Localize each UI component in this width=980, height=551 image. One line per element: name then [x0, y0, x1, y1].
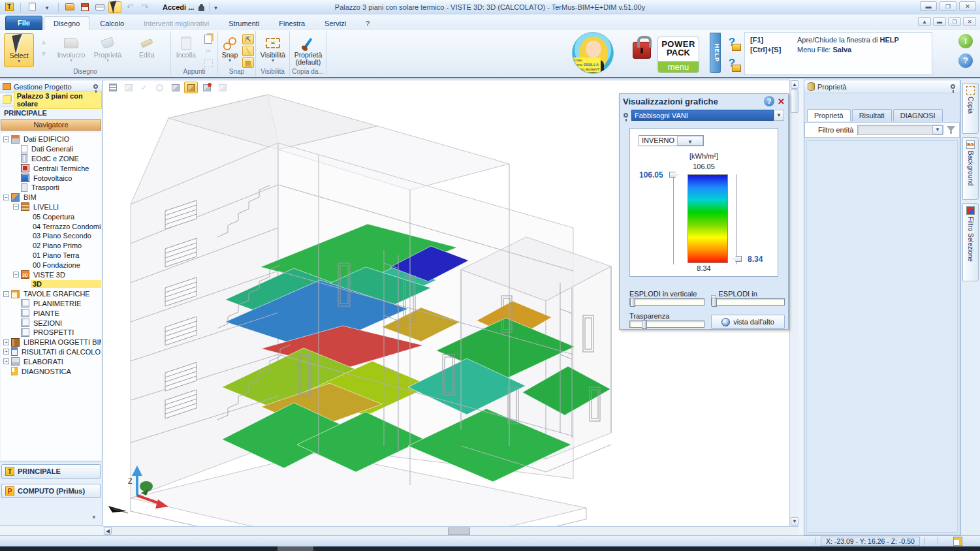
min-slider-handle[interactable] — [733, 256, 742, 262]
menu-tab-calcolo[interactable]: Calcolo — [91, 17, 133, 30]
properties-tab-proprietà[interactable]: Proprietà — [807, 109, 851, 121]
question-icon[interactable]: ? — [958, 54, 973, 68]
tree-item-livelli[interactable]: −LIVELLI — [1, 202, 101, 212]
open-folder-button[interactable] — [63, 1, 76, 13]
tree-item-dati-edificio[interactable]: −Dati EDIFICIO — [1, 134, 101, 144]
confirm-button[interactable] — [137, 82, 151, 93]
principale-button[interactable]: T PRINCIPALE — [1, 464, 101, 479]
properties-tab-diagnosi[interactable]: DIAGNOSI — [893, 109, 943, 121]
tree-item-eodc-e-zone[interactable]: EOdC e ZONE — [1, 154, 101, 164]
app-logo-button[interactable] — [3, 1, 16, 13]
viz-help-icon[interactable]: ? — [764, 96, 774, 106]
proprieta-button[interactable]: Proprietà▾ — [91, 33, 124, 67]
cut-button[interactable] — [202, 46, 214, 56]
tree-item-01-piano-terra[interactable]: 01 Piano Terra — [1, 251, 101, 260]
snap-diagonal-toggle[interactable] — [242, 46, 254, 56]
tree-item-prospetti[interactable]: PROSPETTI — [1, 328, 101, 338]
tree-item-sezioni[interactable]: SEZIONI — [1, 318, 101, 328]
doc-restore-button[interactable]: ❐ — [948, 17, 961, 26]
tree-item-02-piano-primo[interactable]: 02 Piano Primo — [1, 241, 101, 251]
doc-collapse-button[interactable]: ▲ — [918, 17, 931, 26]
tree-item-03-piano-secondo[interactable]: 03 Piano Secondo — [1, 231, 101, 241]
view-cube-button[interactable] — [121, 82, 135, 93]
tree-item-viste-3d[interactable]: −VISTE 3D — [1, 270, 101, 279]
vertical-scroll-thumb[interactable] — [791, 89, 798, 113]
snap-button[interactable]: Snap▾ — [219, 33, 241, 67]
scroll-down-arrow[interactable]: ▼ — [791, 517, 798, 526]
dropdown-arrow-button[interactable] — [40, 1, 54, 13]
print-button[interactable] — [93, 1, 106, 13]
tree-item-00-fondazione[interactable]: 00 Fondazione — [1, 260, 101, 270]
menu-tab-file[interactable]: File — [5, 16, 42, 30]
tree-item-centrali-termiche[interactable]: Centrali Termiche — [1, 163, 101, 173]
menu-tab-interventi-migliorativi[interactable]: Interventi migliorativi — [134, 17, 218, 30]
expand-icon[interactable]: + — [3, 339, 9, 345]
redo-button[interactable] — [138, 1, 151, 13]
top-view-button[interactable]: vista dall'alto — [711, 315, 785, 329]
info-icon[interactable]: i — [958, 34, 973, 48]
tree-item-fotovoltaico[interactable]: Fotovoltaico — [1, 173, 101, 183]
snap-grid-toggle[interactable] — [242, 57, 254, 68]
view-flag-button[interactable] — [200, 82, 213, 93]
proprieta-default-button[interactable]: Proprietà(default) — [292, 33, 324, 67]
footer-expander-icon[interactable]: ▾ — [92, 514, 95, 520]
menu-tab-strumenti[interactable]: Strumenti — [219, 17, 268, 30]
copy-view-button[interactable] — [168, 82, 182, 93]
tree-item-diagnostica[interactable]: DIAGNOSTICA — [1, 366, 101, 376]
collapse-icon[interactable]: − — [13, 204, 19, 210]
menu-tab-?[interactable]: ? — [356, 17, 379, 30]
computo-primus-button[interactable]: P COMPUTO (PriMus) — [1, 484, 101, 498]
copy-button[interactable] — [202, 34, 214, 44]
doc-close-button[interactable]: ✕ — [963, 17, 976, 26]
status-report-icon[interactable] — [953, 537, 962, 546]
tree-item-risultati-di-calcolo[interactable]: +RISULTATI di CALCOLO — [1, 347, 101, 357]
help-video-icon[interactable]: ? — [723, 55, 740, 72]
properties-pin-icon[interactable] — [951, 84, 955, 89]
visualization-select[interactable]: Fabbisogni VANI — [631, 110, 774, 121]
tree-item-05-copertura[interactable]: 05 Copertura — [1, 212, 101, 221]
save-button[interactable] — [78, 1, 91, 13]
visibilita-button[interactable]: Visibilità▾ — [257, 33, 289, 67]
tree-item-elaborati[interactable]: +ELABORATI — [1, 356, 101, 366]
ghost-cube-button[interactable] — [215, 82, 229, 93]
transparency-slider[interactable] — [629, 321, 704, 328]
navigator-header[interactable]: Navigatore — [1, 119, 101, 131]
collapse-icon[interactable]: − — [3, 136, 9, 142]
undo-button[interactable] — [123, 1, 136, 13]
vertical-scrollbar[interactable]: ▲ ▼ — [789, 80, 798, 526]
dropdown-arrow-icon[interactable] — [214, 3, 217, 11]
explode-horizontal-slider[interactable] — [711, 298, 785, 306]
spin-up-button[interactable]: ▲ — [38, 37, 50, 47]
tree-item-planimetrie[interactable]: PLANIMETRIE — [1, 299, 101, 309]
snap-ortho-toggle[interactable] — [242, 34, 254, 44]
sibilla-assistant-avatar[interactable]: Ciao, sono SIBILLA posso aiutarti? — [572, 32, 614, 74]
season-select[interactable]: INVERNO▼ — [639, 135, 704, 146]
max-slider-handle[interactable] — [669, 172, 678, 178]
select-cursor-button[interactable] — [108, 1, 121, 13]
target-button[interactable] — [153, 82, 166, 93]
power-pack-menu-button[interactable]: POWER PACK menu — [657, 37, 699, 73]
viz-pin-icon[interactable] — [624, 113, 628, 118]
tree-item-piante[interactable]: PIANTE — [1, 308, 101, 318]
horizontal-scroll-thumb[interactable] — [448, 527, 470, 535]
project-selector[interactable]: Palazzo 3 piani con solare — [0, 93, 102, 106]
close-button[interactable]: ✕ — [959, 1, 976, 11]
edita-button[interactable]: Edita — [131, 33, 163, 67]
collapse-icon[interactable]: − — [3, 291, 9, 297]
entity-filter-select[interactable]: ▼ — [857, 125, 943, 135]
side-tab-filtro-selezione[interactable]: Filtro Selezione — [962, 203, 979, 281]
expand-icon[interactable]: + — [3, 358, 9, 364]
license-lock-icon[interactable] — [633, 42, 651, 59]
solid-view-button[interactable] — [184, 82, 198, 93]
new-document-button[interactable] — [25, 1, 39, 13]
account-login-label[interactable]: Accedi ... — [163, 3, 194, 11]
pin-icon[interactable] — [93, 84, 98, 89]
person-icon[interactable] — [198, 5, 204, 11]
menu-tab-servizi[interactable]: Servizi — [315, 17, 355, 30]
expand-icon[interactable]: + — [3, 349, 9, 354]
collapse-icon[interactable]: − — [3, 195, 9, 200]
horizontal-scrollbar[interactable]: ◀ — [103, 526, 798, 535]
help-vertical-tab[interactable]: HELP — [710, 33, 721, 73]
paste-special-button[interactable] — [202, 57, 214, 68]
tree-item-bim[interactable]: −BIM — [1, 193, 101, 202]
